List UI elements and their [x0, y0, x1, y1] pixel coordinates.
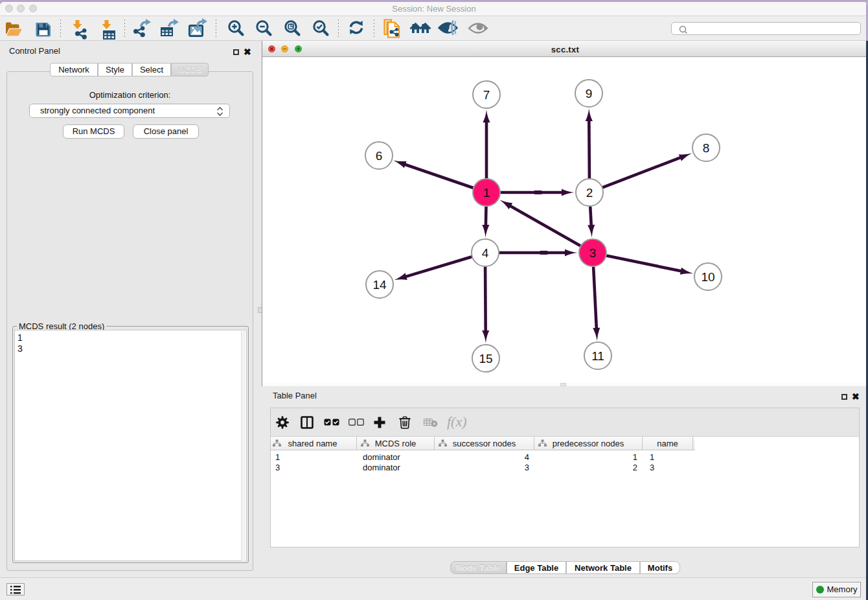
- svg-text:7: 7: [483, 88, 490, 102]
- svg-text:9: 9: [586, 87, 593, 100]
- svg-text:2: 2: [586, 186, 593, 200]
- svg-text:1: 1: [483, 186, 490, 200]
- svg-text:3: 3: [589, 246, 597, 260]
- svg-text:11: 11: [591, 349, 604, 363]
- svg-text:6: 6: [376, 149, 383, 163]
- svg-text:8: 8: [703, 141, 710, 155]
- svg-text:4: 4: [482, 246, 489, 260]
- svg-text:14: 14: [372, 278, 387, 292]
- svg-text:15: 15: [479, 352, 492, 365]
- svg-text:10: 10: [701, 270, 714, 284]
